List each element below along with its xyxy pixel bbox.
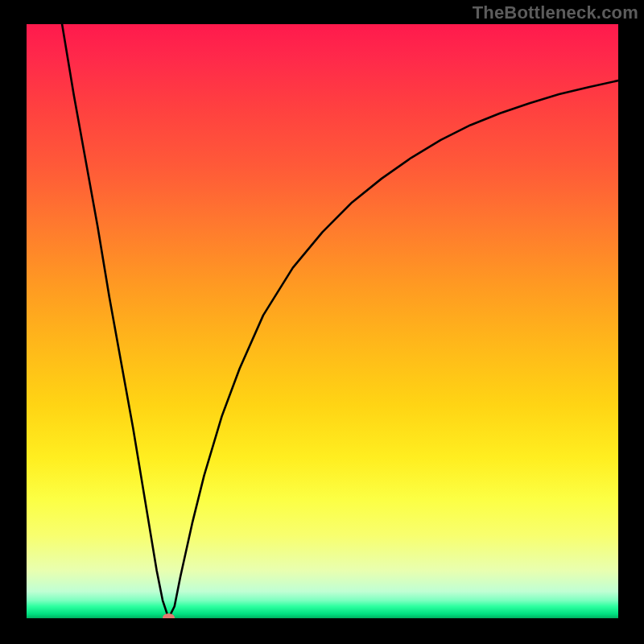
attribution-text: TheBottleneck.com — [473, 2, 638, 23]
bottleneck-curve — [27, 24, 618, 618]
minimum-marker — [163, 613, 175, 618]
plot-area — [27, 24, 618, 618]
frame: TheBottleneck.com — [0, 0, 644, 644]
